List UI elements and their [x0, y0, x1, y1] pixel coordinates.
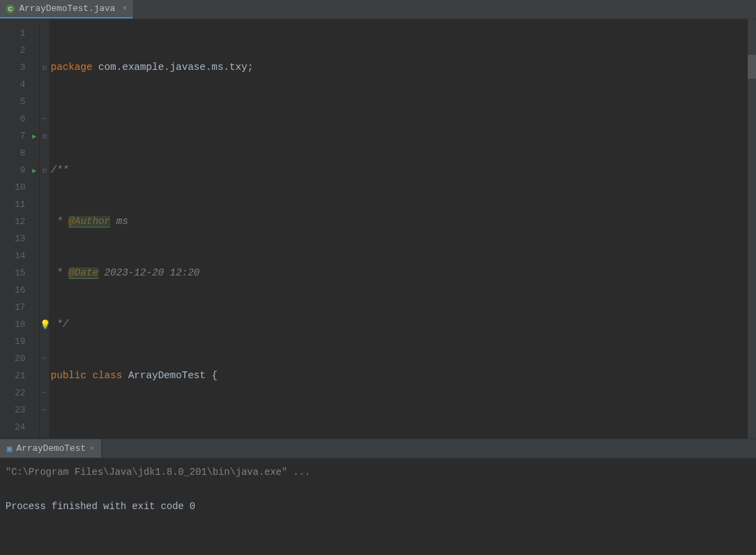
line-number: 18	[0, 316, 39, 333]
run-gutter-icon[interactable]: ▶	[32, 162, 36, 179]
console-tab-arraydemotest[interactable]: ▣ ArrayDemoTest ×	[0, 439, 102, 458]
scrollbar-thumb[interactable]	[748, 55, 756, 79]
line-number: 20	[0, 350, 39, 367]
line-number: 7▶	[0, 127, 39, 145]
line-number: 6	[0, 110, 39, 127]
run-config-icon: ▣	[7, 443, 12, 454]
close-icon[interactable]: ×	[122, 4, 127, 14]
console-output[interactable]: "C:\Program Files\Java\jdk1.8.0_201\bin\…	[0, 458, 756, 555]
line-number: 12	[0, 213, 39, 230]
console-command-line: "C:\Program Files\Java\jdk1.8.0_201\bin\…	[5, 467, 310, 478]
line-number: 19	[0, 333, 39, 350]
line-number: 4	[0, 76, 39, 93]
fold-end-icon: ⌐	[40, 402, 49, 419]
editor-tab-bar: C ArrayDemoTest.java ×	[0, 0, 756, 19]
fold-end-icon: ⌐	[40, 384, 49, 402]
fold-toggle-icon[interactable]: ⊟💡	[40, 316, 49, 333]
console-result-line: Process finished with exit code 0	[5, 501, 195, 512]
code-editor[interactable]: package com.example.javase.ms.txy; /** *…	[49, 19, 756, 439]
line-number: 5	[0, 93, 39, 110]
line-number: 9▶	[0, 162, 39, 179]
line-number: 3	[0, 59, 39, 76]
fold-end-icon: ⌐	[40, 350, 49, 367]
fold-end-icon: ⌐	[40, 110, 49, 127]
editor-area: 1 2 3 4 5 6 7▶ 8 9▶ 10 11 12 13 14 15 16…	[0, 19, 756, 439]
line-number: 11	[0, 196, 39, 213]
line-number: 24	[0, 419, 39, 436]
line-number: 14	[0, 247, 39, 264]
line-number: 10	[0, 179, 39, 196]
line-number: 17	[0, 299, 39, 316]
line-number: 23	[0, 402, 39, 419]
line-number: 21	[0, 367, 39, 384]
fold-column: ⊟ ⌐ ⊟ ⊟ ⊟💡 ⌐ ⌐ ⌐	[40, 19, 49, 439]
console-tab-bar: ▣ ArrayDemoTest ×	[0, 439, 756, 458]
line-number: 16	[0, 282, 39, 299]
fold-toggle-icon[interactable]: ⊟	[40, 59, 49, 76]
line-number: 15	[0, 264, 39, 282]
fold-toggle-icon[interactable]: ⊟	[40, 162, 49, 179]
run-console-panel: ▣ ArrayDemoTest × "C:\Program Files\Java…	[0, 439, 756, 555]
line-number: 13	[0, 230, 39, 247]
fold-toggle-icon[interactable]: ⊟	[40, 127, 49, 145]
editor-scrollbar[interactable]	[748, 19, 756, 439]
close-icon[interactable]: ×	[90, 445, 94, 453]
svg-text:C: C	[8, 5, 13, 12]
line-number: 22	[0, 384, 39, 402]
java-class-icon: C	[5, 4, 15, 14]
line-number: 1	[0, 25, 39, 42]
line-number: 2	[0, 42, 39, 59]
line-number: 8	[0, 145, 39, 162]
run-gutter-icon[interactable]: ▶	[32, 127, 36, 145]
console-tab-label: ArrayDemoTest	[16, 443, 86, 454]
line-number-gutter: 1 2 3 4 5 6 7▶ 8 9▶ 10 11 12 13 14 15 16…	[0, 19, 40, 439]
tab-filename: ArrayDemoTest.java	[19, 3, 115, 14]
tab-arraydemotest[interactable]: C ArrayDemoTest.java ×	[0, 0, 133, 18]
